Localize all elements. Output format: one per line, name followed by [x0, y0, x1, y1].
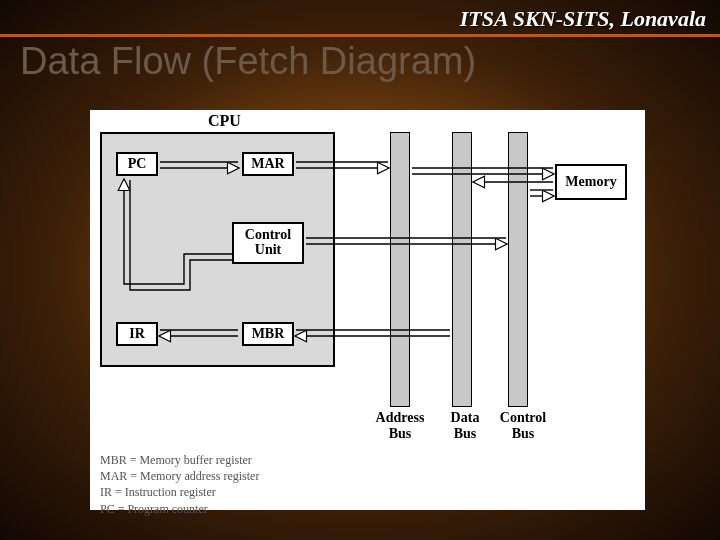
header-rule: [0, 34, 720, 37]
address-bus: [390, 132, 410, 407]
bus-label-line: Control: [500, 410, 546, 425]
pc-register: PC: [116, 152, 158, 176]
slide-title: Data Flow (Fetch Diagram): [20, 40, 476, 83]
bus-label-line: Data: [451, 410, 480, 425]
ir-register: IR: [116, 322, 158, 346]
data-bus: [452, 132, 472, 407]
control-bus: [508, 132, 528, 407]
legend: MBR = Memory buffer register MAR = Memor…: [100, 452, 259, 517]
bus-label-line: Bus: [454, 426, 477, 441]
org-header: ITSA SKN-SITS, Lonavala: [460, 6, 706, 32]
bus-label-line: Bus: [512, 426, 535, 441]
legend-line: IR = Instruction register: [100, 484, 259, 500]
bus-label-line: Address: [376, 410, 425, 425]
mbr-register: MBR: [242, 322, 294, 346]
diagram-panel: CPU PC MAR Control Unit IR MBR Address B…: [90, 110, 645, 510]
legend-line: MBR = Memory buffer register: [100, 452, 259, 468]
bus-label-line: Bus: [389, 426, 412, 441]
legend-line: MAR = Memory address register: [100, 468, 259, 484]
control-unit-l1: Control: [245, 228, 291, 243]
mar-register: MAR: [242, 152, 294, 176]
control-unit-l2: Unit: [255, 243, 281, 258]
cpu-label: CPU: [208, 112, 241, 130]
memory-block: Memory: [555, 164, 627, 200]
control-unit: Control Unit: [232, 222, 304, 264]
control-bus-label: Control Bus: [488, 410, 558, 442]
cpu-box: PC MAR Control Unit IR MBR: [100, 132, 335, 367]
legend-line: PC = Program counter: [100, 501, 259, 517]
address-bus-label: Address Bus: [365, 410, 435, 442]
